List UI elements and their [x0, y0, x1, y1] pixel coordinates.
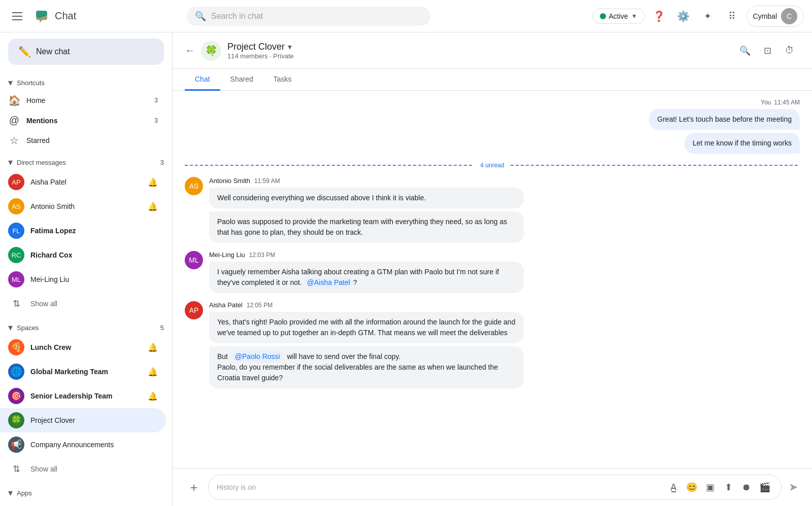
chat-search-button[interactable]: 🔍 — [735, 41, 755, 61]
mentions-icon: @ — [8, 115, 20, 126]
spaces-section-header[interactable]: ▾ Spaces 5 — [0, 316, 172, 335]
tab-chat[interactable]: Chat — [185, 69, 220, 91]
apps-grid-button[interactable]: ⠿ — [722, 6, 742, 26]
meiling-meta: Mei-Ling Liu 12:03 PM — [209, 251, 800, 259]
mention-paolo: @Paolo Rossi — [232, 351, 283, 362]
bubble-timing: Let me know if the timing works — [685, 133, 800, 154]
global-marketing-icon: 🌐 — [8, 364, 24, 380]
sidebar-item-starred[interactable]: ☆ Starred — [0, 130, 166, 151]
antonio-bubble-1: Well considering everything we discussed… — [209, 188, 524, 208]
app-name: Chat — [55, 10, 76, 22]
help-button[interactable]: ❓ — [649, 6, 669, 26]
richard-label: Richard Cox — [30, 251, 158, 259]
antonio-time: 11:59 AM — [254, 177, 280, 185]
search-wrap: 🔍 — [187, 7, 586, 26]
dm-section-header[interactable]: ▾ Direct messages 3 — [0, 151, 172, 170]
account-button[interactable]: Cymbal C — [747, 6, 804, 27]
chat-title-chevron-icon[interactable]: ▾ — [288, 42, 292, 52]
bell-icon: 🔔 — [148, 343, 158, 352]
sidebar-item-home[interactable]: 🏠 Home 3 — [0, 90, 166, 111]
new-chat-button[interactable]: ✏️ New chat — [8, 39, 164, 65]
record-icon[interactable]: ⏺ — [738, 479, 755, 495]
gemini-button[interactable]: ✦ — [698, 6, 718, 26]
avatar-meiling-msg: ML — [185, 251, 203, 269]
project-clover-label: Project Clover — [30, 416, 158, 424]
attach-icon[interactable]: ▣ — [702, 479, 718, 495]
sidebar-item-meiling-liu[interactable]: ML Mei-Ling Liu — [0, 267, 166, 292]
chat-area: ← 🍀 Project Clover ▾ 114 members · Priva… — [173, 32, 812, 506]
avatar-fatima: FL — [8, 223, 24, 239]
sidebar-item-project-clover[interactable]: 🍀 Project Clover — [0, 408, 166, 432]
home-badge: 3 — [154, 97, 158, 104]
shortcuts-section-header[interactable]: ▾ Shortcuts — [0, 71, 172, 90]
star-icon: ☆ — [8, 134, 20, 147]
chevron-down-icon: ▾ — [8, 322, 13, 333]
add-button[interactable]: ＋ — [185, 478, 203, 496]
sidebar-item-mentions[interactable]: @ Mentions 3 — [0, 111, 166, 130]
messages-list: You 11:45 AM Great! Let's touch base bef… — [173, 91, 812, 468]
mentions-badge: 3 — [154, 117, 158, 124]
emoji-icon[interactable]: 😊 — [684, 479, 700, 495]
search-bar: 🔍 — [187, 7, 430, 26]
chat-tasks-button[interactable]: ⏱ — [780, 41, 800, 61]
meiling-msg-content: Mei-Ling Liu 12:03 PM I vaguely remember… — [209, 251, 800, 293]
sidebar-item-senior-leadership[interactable]: 🎯 Senior Leadership Team 🔔 — [0, 384, 166, 408]
show-all-spaces-button[interactable]: ⇅ Show all — [0, 457, 166, 481]
bell-icon: 🔔 — [148, 391, 158, 401]
back-button[interactable]: ← — [185, 45, 195, 56]
aisha-time: 12:05 PM — [247, 302, 273, 309]
chat-subtitle: 114 members · Private — [227, 52, 729, 60]
chat-panel-button[interactable]: ⊡ — [757, 41, 777, 61]
aisha-sender: Aisha Patel — [209, 301, 243, 309]
unread-line-left — [185, 165, 474, 166]
upload-icon[interactable]: ⬆ — [720, 479, 736, 495]
sidebar-item-global-marketing[interactable]: 🌐 Global Marketing Team 🔔 — [0, 359, 166, 384]
video-icon[interactable]: 🎬 — [757, 479, 773, 495]
lunch-crew-icon: 🍕 — [8, 339, 24, 355]
aisha-label: Aisha Patel — [30, 178, 142, 186]
show-all-dm-label: Show all — [30, 300, 158, 308]
send-button[interactable]: ➤ — [787, 479, 800, 496]
sidebar-item-antonio-smith[interactable]: AS Antonio Smith 🔔 — [0, 194, 166, 219]
tab-tasks[interactable]: Tasks — [263, 69, 302, 91]
show-all-dm-button[interactable]: ⇅ Show all — [0, 292, 166, 316]
home-label: Home — [26, 96, 148, 104]
topbar-left: Chat — [8, 7, 181, 25]
fatima-label: Fatima Lopez — [30, 227, 158, 235]
meiling-time: 12:03 PM — [249, 251, 275, 259]
mention-aisha: @Aisha Patel — [304, 277, 353, 287]
avatar: C — [781, 8, 797, 24]
active-status-button[interactable]: Active ▼ — [592, 9, 645, 24]
format-text-icon[interactable]: A̲ — [665, 479, 682, 495]
company-announcements-label: Company Announcements — [30, 441, 158, 449]
meiling-sender: Mei-Ling Liu — [209, 251, 245, 259]
hamburger-menu[interactable] — [8, 8, 26, 24]
antonio-sender: Antonio Smith — [209, 177, 250, 185]
msg-out-you: You 11:45 AM Great! Let's touch base bef… — [185, 99, 800, 154]
chat-title: Project Clover — [227, 42, 285, 52]
spaces-label: Spaces — [17, 324, 39, 332]
sidebar-item-lunch-crew[interactable]: 🍕 Lunch Crew 🔔 — [0, 335, 166, 359]
senior-leadership-label: Senior Leadership Team — [30, 392, 142, 400]
avatar-aisha: AP — [8, 174, 24, 190]
settings-button[interactable]: ⚙️ — [673, 6, 694, 26]
shortcuts-label: Shortcuts — [17, 79, 45, 87]
apps-section-header[interactable]: ▾ Apps — [0, 481, 172, 500]
sidebar-item-google-drive[interactable]: 📁 Google Drive — [0, 500, 166, 506]
active-dot — [600, 13, 606, 19]
tab-shared[interactable]: Shared — [220, 69, 263, 91]
unread-divider: 4 unread — [185, 162, 800, 169]
message-input-wrap: History is on A̲ 😊 ▣ ⬆ ⏺ 🎬 — [208, 475, 782, 500]
avatar-richard: RC — [8, 247, 24, 263]
msg-out-time: 11:45 AM — [774, 99, 800, 106]
unread-line-right — [511, 165, 800, 166]
bell-icon: 🔔 — [148, 177, 158, 187]
aisha-bubble-2: But @Paolo Rossi will have to send over … — [209, 346, 524, 388]
chevron-down-icon: ▾ — [8, 77, 13, 88]
sidebar-item-company-announcements[interactable]: 📢 Company Announcements — [0, 432, 166, 457]
sidebar-item-fatima-lopez[interactable]: FL Fatima Lopez — [0, 219, 166, 243]
sidebar-item-aisha-patel[interactable]: AP Aisha Patel 🔔 — [0, 170, 166, 194]
sidebar-item-richard-cox[interactable]: RC Richard Cox — [0, 243, 166, 267]
search-input[interactable] — [211, 12, 422, 21]
new-chat-label: New chat — [36, 47, 70, 56]
